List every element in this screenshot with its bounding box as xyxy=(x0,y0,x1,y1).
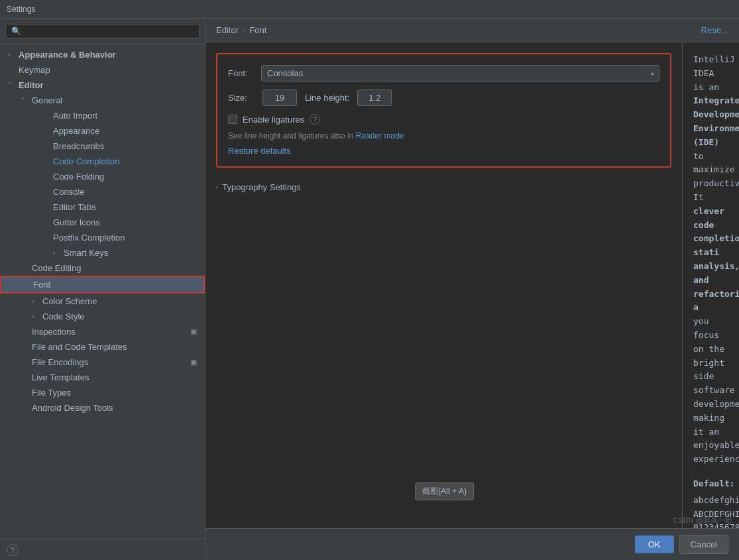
sidebar-item-inspections[interactable]: Inspections ▣ xyxy=(0,324,205,339)
sidebar-label: File and Code Templates xyxy=(32,342,127,352)
sidebar-label: Editor xyxy=(19,80,44,90)
restore-defaults[interactable]: Restore defaults xyxy=(228,146,659,156)
preview-intro-bold-3: analysis, and refactorings, a xyxy=(693,261,739,312)
line-height-label: Line height: xyxy=(305,93,349,103)
font-label: Font: xyxy=(228,68,255,78)
search-input[interactable] xyxy=(5,24,199,38)
sidebar-item-file-types[interactable]: File Types xyxy=(0,385,205,400)
sidebar-label: File Types xyxy=(32,388,71,398)
sidebar-label: Color Scheme xyxy=(42,296,97,306)
sidebar-label: Code Completion xyxy=(53,156,119,166)
font-settings-box: Font: Consolas ▾ Size: Line height: xyxy=(216,53,671,168)
preview-intro-2: to maximize productivity. It xyxy=(693,151,739,202)
arrow-icon: › xyxy=(53,249,61,256)
sidebar-item-code-completion[interactable]: Code Completion xyxy=(0,154,205,169)
sidebar-label: Editor Tabs xyxy=(53,202,96,212)
csdn-watermark: CSDN @菜鸟一哈 xyxy=(673,516,732,526)
preview-panel: IntelliJ IDEA is an IntegratedDevelopmen… xyxy=(683,42,739,528)
sidebar-label: Auto Import xyxy=(53,111,97,121)
sidebar-item-breadcrumbs[interactable]: Breadcrumbs xyxy=(0,139,205,154)
reader-mode-link[interactable]: Reader mode xyxy=(356,131,404,140)
size-row: Size: Line height: xyxy=(228,89,659,106)
cancel-button[interactable]: Cancel xyxy=(679,535,728,554)
sidebar-label: Keymap xyxy=(19,65,50,75)
typography-arrow-icon: › xyxy=(216,184,218,191)
arrow-icon: › xyxy=(32,313,40,320)
main-layout: › Appearance & Behavior Keymap ˅ Editor … xyxy=(0,19,739,560)
sidebar-tree: › Appearance & Behavior Keymap ˅ Editor … xyxy=(0,44,205,539)
sidebar-bottom: ? xyxy=(0,539,205,560)
preview-default-label: Default: xyxy=(693,477,728,491)
sidebar-item-keymap[interactable]: Keymap xyxy=(0,62,205,78)
font-select[interactable]: Consolas xyxy=(261,65,659,82)
preview-default-abc: abcdefghijklmnopqrstuvwxyz xyxy=(693,494,728,508)
sidebar-label: Android Design Tools xyxy=(32,403,113,413)
sidebar-label: General xyxy=(32,95,62,105)
arrow-icon: › xyxy=(8,51,16,58)
sidebar-item-smart-keys[interactable]: › Smart Keys xyxy=(0,245,205,260)
sidebar-item-editor[interactable]: ˅ Editor xyxy=(0,78,205,93)
typography-section[interactable]: › Typography Settings xyxy=(216,178,671,196)
arrow-icon: ˅ xyxy=(21,97,29,104)
sidebar-item-gutter-icons[interactable]: Gutter Icons xyxy=(0,215,205,230)
enable-ligatures-checkbox[interactable] xyxy=(228,115,237,124)
sidebar-label: Appearance & Behavior xyxy=(19,50,116,60)
help-question-icon[interactable]: ? xyxy=(310,114,320,125)
sidebar-label: Appearance xyxy=(53,126,99,136)
sidebar-item-code-editing[interactable]: Code Editing xyxy=(0,260,205,276)
preview-intro-bold-2: clever code completion, stati xyxy=(693,206,739,257)
sidebar-item-file-encodings[interactable]: File Encodings ▣ xyxy=(0,355,205,370)
ligatures-row: Enable ligatures ? xyxy=(228,114,659,125)
sidebar-item-appearance-behavior[interactable]: › Appearance & Behavior xyxy=(0,47,205,62)
bottom-bar: CSDN @菜鸟一哈 OK Cancel xyxy=(205,528,739,560)
sidebar-item-live-templates[interactable]: Live Templates xyxy=(0,370,205,385)
preview-intro-section: IntelliJ IDEA is an IntegratedDevelopmen… xyxy=(693,53,728,467)
sidebar-label: Breadcrumbs xyxy=(53,141,104,151)
inspections-icon: ▣ xyxy=(190,327,197,336)
sidebar-label: Code Style xyxy=(42,311,85,321)
line-height-input[interactable] xyxy=(357,89,392,106)
sidebar-label: Gutter Icons xyxy=(53,217,100,227)
sidebar-label: Postfix Completion xyxy=(53,233,125,243)
sidebar-label: Code Editing xyxy=(32,263,81,273)
preview-intro-normal: IntelliJ IDEA is an xyxy=(693,54,735,92)
sidebar-label: Console xyxy=(53,187,85,197)
sidebar-item-editor-tabs[interactable]: Editor Tabs xyxy=(0,199,205,215)
sidebar-label: Live Templates xyxy=(32,372,89,382)
sidebar-item-auto-import[interactable]: Auto Import xyxy=(0,108,205,123)
sidebar-item-font[interactable]: Font xyxy=(0,276,205,294)
sidebar-label: Font xyxy=(33,280,50,290)
help-icon[interactable]: ? xyxy=(7,544,19,556)
sidebar-item-postfix-completion[interactable]: Postfix Completion xyxy=(0,230,205,245)
preview-intro-3: you focus on the bright sidesoftware dev… xyxy=(693,316,739,464)
sidebar-item-general[interactable]: ˅ General xyxy=(0,93,205,108)
sidebar-item-android-design-tools[interactable]: Android Design Tools xyxy=(0,400,205,416)
sidebar-item-code-style[interactable]: › Code Style xyxy=(0,309,205,324)
screenshot-button[interactable]: 截图(Alt + A) xyxy=(415,482,474,500)
size-label: Size: xyxy=(228,93,255,103)
breadcrumb-font: Font xyxy=(249,25,266,35)
sidebar-label: Inspections xyxy=(32,327,76,337)
sidebar-item-console[interactable]: Console xyxy=(0,184,205,199)
content-area: Editor › Font Rese... Font: Consolas xyxy=(205,19,739,560)
breadcrumb: Editor › Font xyxy=(216,25,266,35)
breadcrumb-editor: Editor xyxy=(216,25,239,35)
ligatures-label: Enable ligatures xyxy=(243,115,304,125)
settings-panel: Font: Consolas ▾ Size: Line height: xyxy=(205,42,683,528)
titlebar-title: Settings xyxy=(7,5,35,14)
file-encodings-icon: ▣ xyxy=(190,358,197,366)
breadcrumb-separator: › xyxy=(243,25,245,35)
titlebar: Settings xyxy=(0,0,739,19)
sidebar-item-file-code-templates[interactable]: File and Code Templates xyxy=(0,339,205,355)
size-input[interactable] xyxy=(262,89,297,106)
sidebar-item-color-scheme[interactable]: › Color Scheme xyxy=(0,294,205,309)
sidebar-item-code-folding[interactable]: Code Folding xyxy=(0,169,205,184)
arrow-icon: ˅ xyxy=(8,82,16,89)
ok-button[interactable]: OK xyxy=(635,535,674,553)
topbar: Editor › Font Rese... xyxy=(205,19,739,42)
sidebar-item-appearance[interactable]: Appearance xyxy=(0,123,205,139)
arrow-icon: › xyxy=(32,298,40,305)
sidebar: › Appearance & Behavior Keymap ˅ Editor … xyxy=(0,19,205,560)
reset-link[interactable]: Rese... xyxy=(701,25,728,35)
sidebar-label: Code Folding xyxy=(53,172,104,182)
